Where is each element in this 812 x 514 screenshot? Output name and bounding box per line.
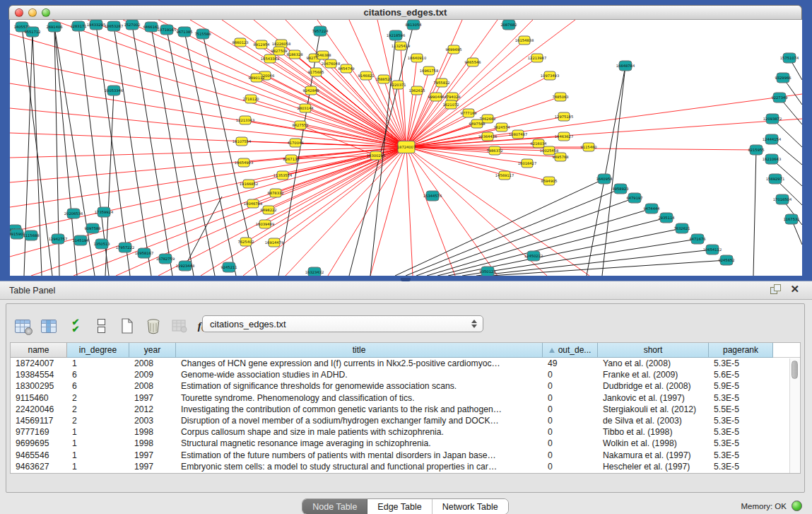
close-panel-icon[interactable]: ✕ [790, 284, 799, 294]
graph-node[interactable]: 9245211 [220, 262, 237, 272]
graph-node[interactable]: 16154838 [515, 36, 534, 45]
graph-node[interactable]: 2718120 [242, 95, 259, 103]
graph-node[interactable]: 9474444 [643, 204, 660, 214]
graph-node[interactable]: 9097588 [84, 223, 100, 233]
graph-node[interactable]: 7986372 [486, 146, 502, 155]
graph-node[interactable]: 4170046 [287, 139, 303, 147]
graph-node[interactable]: 16210643 [763, 154, 781, 164]
graph-node[interactable]: 19166852 [240, 180, 258, 188]
table-row[interactable]: 911546021997Tourette syndrome. Phenomeno… [11, 392, 800, 404]
memory-status-icon[interactable] [792, 501, 802, 511]
column-header-title[interactable]: title [176, 343, 543, 358]
graph-node[interactable]: 9671385 [176, 27, 192, 37]
graph-node[interactable]: 7485063 [552, 93, 568, 101]
graph-node[interactable]: 9777169 [460, 109, 476, 117]
graph-node[interactable]: 10958167 [135, 248, 153, 258]
graph-node[interactable]: 2803144 [297, 104, 314, 112]
table-row[interactable]: 2242004622012Investigating the contribut… [11, 404, 800, 415]
graph-node[interactable]: 9115460 [580, 143, 596, 151]
graph-node[interactable]: 16039489 [256, 220, 274, 228]
graph-node[interactable]: 20364436 [478, 132, 497, 141]
table-row[interactable]: 1938455462009Genome-wide association stu… [11, 369, 800, 380]
graph-node[interactable]: 8186328 [286, 50, 302, 59]
graph-node[interactable]: 16648784 [616, 61, 635, 71]
table-row[interactable]: 1830029562008Estimation of significance … [11, 380, 800, 392]
graph-node[interactable]: 12975185 [555, 112, 573, 121]
graph-node[interactable]: 7955812 [433, 78, 449, 87]
graph-node[interactable]: 8498222 [260, 206, 276, 214]
column-header-indegree[interactable]: in_degree [67, 343, 129, 358]
row-height-button[interactable] [92, 317, 110, 335]
graph-node[interactable]: 1115688 [23, 230, 39, 240]
graph-node[interactable]: 1362615 [408, 86, 425, 95]
graph-node-hub[interactable]: 18724007 [397, 141, 416, 153]
graph-node[interactable]: 9495768 [552, 153, 568, 161]
graph-node[interactable]: 9890112 [248, 74, 264, 82]
graph-node[interactable]: 6497568 [469, 119, 485, 128]
delete-table-button[interactable] [144, 317, 163, 335]
graph-node[interactable]: 9699695 [445, 45, 461, 54]
graph-node[interactable]: 9227349 [771, 93, 787, 103]
column-header-pagerank[interactable]: pagerank [709, 343, 773, 358]
table-row[interactable]: 946554611997Estimation of the future num… [11, 450, 800, 461]
graph-node[interactable]: 8958923 [612, 184, 628, 194]
graph-node[interactable]: 7625402 [237, 238, 254, 246]
network-view-canvas[interactable]: 1872400786601238912954182260589827509818… [10, 20, 802, 276]
graph-node[interactable]: 8454749 [338, 64, 354, 73]
graph-node[interactable]: 1621072 [442, 100, 459, 109]
graph-node[interactable]: 12942757 [49, 234, 67, 244]
graph-node[interactable]: 12093872 [763, 114, 782, 124]
graph-node[interactable]: 8220371 [389, 81, 406, 89]
table-selector-dropdown[interactable]: citations_edges.txt [202, 315, 483, 332]
graph-node[interactable]: 1283171 [70, 21, 86, 31]
graph-node[interactable]: 1167531 [783, 214, 799, 224]
graph-node[interactable]: 18107554 [233, 137, 252, 146]
graph-node[interactable]: 8912954 [253, 40, 270, 49]
graph-node[interactable]: 10653287 [105, 21, 123, 31]
table-panel-titlebar[interactable]: Table Panel ✕ [0, 281, 812, 300]
graph-node[interactable]: 16961758 [420, 66, 438, 75]
graph-node[interactable]: 1546388 [314, 51, 331, 59]
table-row[interactable]: 977716911998Corpus callosum shape and si… [11, 426, 800, 438]
column-header-year[interactable]: year [129, 343, 176, 358]
graph-node[interactable]: 16016427 [518, 159, 536, 168]
graph-node[interactable]: 8215955 [748, 145, 764, 155]
graph-node[interactable]: 9465546 [464, 58, 481, 66]
graph-node[interactable]: 10719165 [158, 25, 176, 35]
graph-node[interactable]: 7957224 [312, 26, 329, 36]
graph-node[interactable]: 9242848 [302, 86, 319, 95]
graph-node[interactable]: 3624574 [493, 123, 510, 132]
graph-node[interactable]: 9990448 [428, 93, 444, 101]
graph-node[interactable]: 19463627 [555, 132, 573, 141]
graph-node[interactable]: 15751074 [780, 53, 799, 63]
graph-node[interactable]: 2935114 [658, 213, 675, 223]
graph-node[interactable]: 19218596 [387, 30, 405, 40]
graph-node[interactable]: 8878332 [267, 189, 283, 197]
graph-node[interactable]: 10654112 [703, 245, 722, 255]
graph-node[interactable]: 1527002 [124, 20, 140, 30]
graph-node[interactable]: 20053346 [105, 86, 123, 95]
graph-node[interactable]: 7632621 [673, 223, 690, 233]
graph-node[interactable]: 4794028 [444, 93, 460, 101]
show-column-button[interactable] [40, 317, 58, 335]
graph-node[interactable]: 9175685 [307, 68, 324, 76]
graph-node[interactable]: 15692971 [766, 174, 784, 184]
graph-node[interactable]: 18433295 [87, 20, 105, 30]
graph-node[interactable]: 6479197 [626, 193, 642, 203]
graph-node[interactable]: 8427552 [292, 121, 308, 129]
graph-node[interactable]: 8267130 [283, 155, 299, 163]
graph-node[interactable]: 16543362 [261, 54, 279, 63]
graph-node[interactable]: 9245652 [718, 255, 734, 265]
scrollbar-thumb[interactable] [792, 361, 798, 379]
graph-node[interactable]: 12444154 [763, 134, 782, 144]
graph-node[interactable]: 14569117 [495, 171, 514, 180]
select-columns-button[interactable]: ✔✔ [66, 317, 84, 335]
table-row[interactable]: 1456911722003Disruption of a novel membe… [11, 415, 800, 426]
network-window-titlebar[interactable]: citations_edges.txt [8, 5, 802, 20]
graph-node[interactable]: 1350513 [93, 239, 110, 249]
graph-node[interactable]: 11353554 [273, 171, 293, 180]
column-header-short[interactable]: short [598, 343, 709, 358]
graph-node[interactable]: 17359924 [95, 207, 114, 217]
table-row[interactable]: 1872400712008Changes of HCN gene express… [11, 358, 800, 369]
graph-node[interactable]: 16782759 [156, 254, 175, 264]
